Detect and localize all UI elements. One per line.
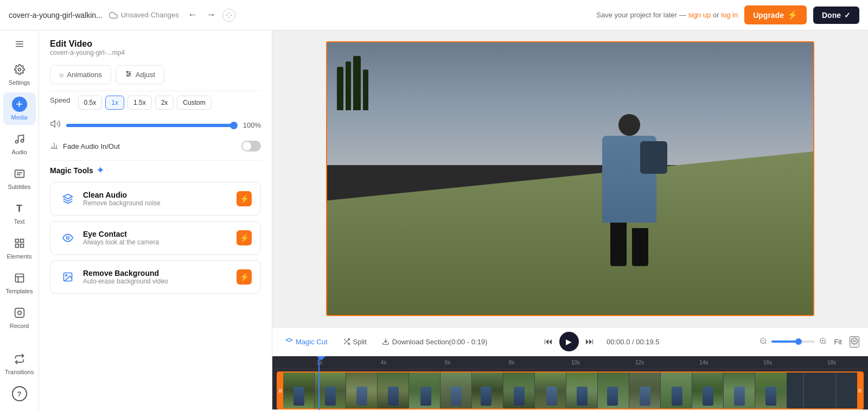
sidebar-item-subtitles[interactable]: Subtitles <box>3 162 36 194</box>
volume-thumb[interactable] <box>230 122 238 129</box>
playback-bar: Magic Cut Split Download Section(0:00 - … <box>272 327 868 356</box>
svg-rect-12 <box>20 244 23 248</box>
sidebar-item-settings[interactable]: Settings <box>3 58 36 90</box>
unsaved-indicator: Unsaved Changes <box>109 11 179 20</box>
redo-button[interactable]: → <box>204 7 218 23</box>
sidebar-item-record[interactable]: Record <box>3 301 36 333</box>
magic-cut-button[interactable]: Magic Cut <box>281 336 332 348</box>
templates-icon <box>12 270 27 286</box>
animations-tab-icon: ○ <box>59 71 63 79</box>
elements-icon <box>12 236 27 251</box>
zoom-in-button[interactable] <box>819 337 827 346</box>
speed-custom-button[interactable]: Custom <box>177 96 211 110</box>
unsaved-label: Unsaved Changes <box>121 11 179 19</box>
volume-section: 100% <box>39 116 272 138</box>
subtitles-icon <box>12 166 27 181</box>
svg-point-31 <box>66 275 67 276</box>
speed-15x-button[interactable]: 1.5x <box>127 96 152 110</box>
sidebar-item-templates[interactable]: Templates <box>3 266 36 299</box>
zoom-slider-thumb[interactable] <box>795 338 802 345</box>
frame-6 <box>441 373 472 408</box>
hamburger-icon <box>15 39 24 49</box>
magic-card-remove-bg[interactable]: Remove Background Auto-erase background … <box>50 260 261 294</box>
svg-rect-10 <box>20 239 23 243</box>
eye-contact-subtitle: Always look at the camera <box>83 238 230 246</box>
sidebar-item-media-label: Media <box>11 114 28 121</box>
split-button[interactable]: Split <box>339 336 371 348</box>
fast-forward-button[interactable]: ⏭ <box>583 335 596 349</box>
remove-bg-badge: ⚡ <box>237 269 252 285</box>
fade-row: Fade Audio In/Out <box>50 141 261 152</box>
timeline-settings-button[interactable] <box>850 336 859 348</box>
svg-rect-6 <box>15 170 24 177</box>
sidebar-item-elements-label: Elements <box>7 253 32 260</box>
tab-animations[interactable]: ○ Animations <box>50 65 111 84</box>
done-button[interactable]: Done ✓ <box>813 7 859 24</box>
svg-point-21 <box>126 71 127 72</box>
fade-toggle[interactable] <box>241 141 261 152</box>
current-time: 00:00.0 <box>607 338 630 346</box>
timeline-track[interactable]: ⏸ <box>277 371 864 409</box>
svg-point-3 <box>18 68 21 71</box>
upgrade-button[interactable]: Upgrade ⚡ <box>744 5 807 24</box>
svg-point-23 <box>127 75 128 76</box>
center-section: Magic Cut Split Download Section(0:00 - … <box>272 30 868 410</box>
tab-adjust[interactable]: Adjust <box>116 65 164 84</box>
zoom-out-button[interactable] <box>760 337 767 346</box>
timeline-left-handle[interactable]: ⏸ <box>278 373 283 408</box>
sidebar-item-text[interactable]: T Text <box>3 197 36 229</box>
sidebar-item-elements[interactable]: Elements <box>3 231 36 264</box>
settings-icon <box>12 62 27 77</box>
speed-2x-button[interactable]: 2x <box>155 96 174 110</box>
upgrade-plus-icon: ⚡ <box>787 10 798 20</box>
zoom-slider[interactable] <box>771 340 815 343</box>
media-icon: + <box>12 97 27 112</box>
rewind-button[interactable]: ⏮ <box>542 335 555 349</box>
total-time: 00:19.5 <box>636 338 659 346</box>
sidebar-item-audio[interactable]: Audio <box>3 127 36 160</box>
svg-line-34 <box>764 342 766 344</box>
speed-1x-button[interactable]: 1x <box>105 96 124 110</box>
frame-15 <box>724 373 755 408</box>
remove-bg-text: Remove Background Auto-erase background … <box>83 269 230 285</box>
eye-contact-title: Eye Contact <box>83 230 230 238</box>
download-icon <box>382 338 390 345</box>
eye-contact-icon <box>59 229 76 247</box>
rotate-button[interactable] <box>222 9 235 22</box>
sidebar-item-help[interactable]: ? <box>3 382 36 406</box>
svg-point-17 <box>17 311 21 315</box>
sidebar-item-transitions[interactable]: Transitions <box>3 347 36 380</box>
sign-up-link[interactable]: sign up <box>688 11 711 19</box>
speed-05x-button[interactable]: 0.5x <box>78 96 103 110</box>
time-display: 00:00.0 / 00:19.5 <box>601 338 666 346</box>
play-button[interactable]: ▶ <box>559 332 579 351</box>
fade-icon <box>50 141 59 152</box>
fit-button[interactable]: Fit <box>831 336 845 348</box>
text-icon: T <box>12 201 27 216</box>
frame-7 <box>472 373 503 408</box>
download-section-button[interactable]: Download Section(0:00 - 0:19) <box>378 336 492 348</box>
topbar: coverr-a-young-girl-walkin... Unsaved Ch… <box>0 0 868 30</box>
adjust-tab-label: Adjust <box>136 71 155 79</box>
timeline-right-handle[interactable]: ⏸ <box>857 373 863 408</box>
hamburger-menu[interactable] <box>10 35 29 55</box>
magic-card-eye-contact[interactable]: Eye Contact Always look at the camera ⚡ <box>50 221 261 255</box>
frame-4 <box>378 373 409 408</box>
zoom-in-icon <box>819 337 827 345</box>
volume-slider[interactable] <box>66 124 234 127</box>
audio-icon <box>12 131 27 147</box>
speed-row: Speed 0.5x 1x 1.5x 2x Custom <box>50 96 261 110</box>
remove-bg-title: Remove Background <box>83 269 230 277</box>
frame-16 <box>755 373 787 408</box>
remove-bg-subtitle: Auto-erase background video <box>83 277 230 285</box>
fade-section: Fade Audio In/Out <box>39 138 272 160</box>
ruler-mark-16s: 16s <box>736 359 800 365</box>
magic-card-clean-audio[interactable]: Clean Audio Remove background noise ⚡ <box>50 182 261 216</box>
sidebar-item-subtitles-label: Subtitles <box>8 184 30 190</box>
frame-3 <box>346 373 378 408</box>
undo-button[interactable]: ← <box>186 7 200 23</box>
log-in-link[interactable]: log in <box>721 11 738 19</box>
bottom-controls: Magic Cut Split Download Section(0:00 - … <box>272 327 868 410</box>
ruler-marks-container: 2s 4s 6s 8s 10s 12s 14s 16s 18s <box>277 359 864 365</box>
sidebar-item-media[interactable]: + Media <box>3 92 36 125</box>
